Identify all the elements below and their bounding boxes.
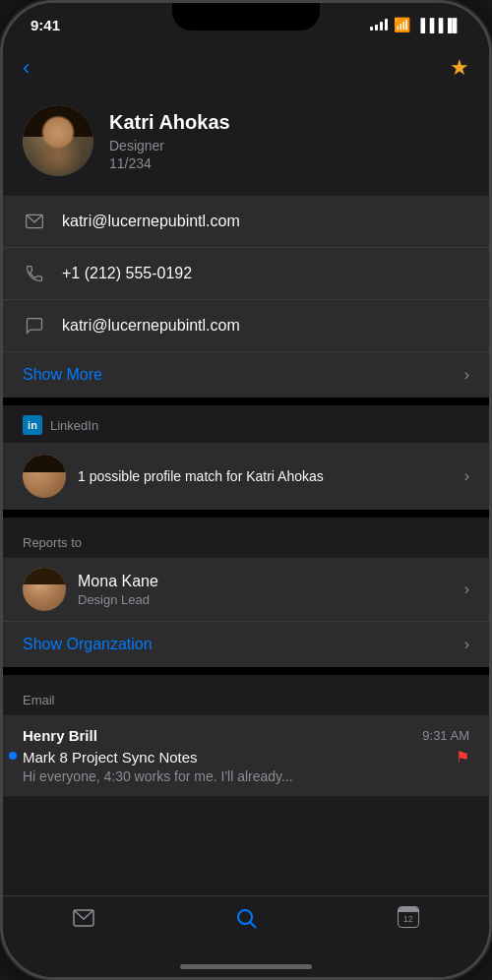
reports-info: Mona Kane Design Lead [78, 573, 453, 607]
tab-search[interactable] [165, 906, 328, 935]
svg-line-3 [251, 923, 257, 929]
reports-to-row[interactable]: Mona Kane Design Lead › [3, 558, 489, 621]
profile-header: Katri Ahokas Designer 11/234 [3, 90, 489, 196]
linkedin-match-avatar [23, 455, 66, 498]
email-preview: Hi everyone, 4:30 works for me. I'll alr… [23, 768, 469, 784]
reports-avatar [23, 568, 66, 611]
reports-chevron-icon: › [464, 581, 469, 598]
reports-section: Reports to Mona Kane Design Lead › Show … [3, 525, 489, 667]
calendar-date: 12 [403, 914, 413, 924]
home-indicator [180, 964, 312, 969]
unread-indicator [9, 752, 17, 760]
section-divider-3 [3, 667, 489, 675]
favorite-button[interactable]: ★ [450, 55, 469, 81]
chat-value: katri@lucernepubintl.com [62, 317, 469, 335]
phone-icon [23, 262, 46, 285]
phone-value: +1 (212) 555-0192 [62, 265, 469, 282]
section-divider-2 [3, 510, 489, 518]
email-section-label: Email [3, 683, 489, 715]
email-subject: Mark 8 Project Sync Notes [23, 749, 198, 766]
email-icon [23, 210, 46, 233]
reports-name: Mona Kane [78, 573, 453, 590]
profile-name: Katri Ahokas [109, 111, 469, 134]
email-flag-icon: ⚑ [456, 748, 469, 766]
email-item[interactable]: Henry Brill 9:31 AM Mark 8 Project Sync … [3, 715, 489, 796]
tab-calendar[interactable]: 12 [327, 906, 489, 928]
show-org-chevron-icon: › [464, 636, 469, 653]
linkedin-match-row[interactable]: 1 possible profile match for Katri Ahoka… [3, 443, 489, 510]
avatar [23, 105, 93, 176]
profile-id: 11/234 [109, 155, 469, 171]
reports-to-label: Reports to [3, 525, 489, 558]
battery-icon: ▐▐▐▐▌ [416, 18, 461, 32]
chat-icon [23, 314, 46, 337]
section-divider-1 [3, 398, 489, 405]
linkedin-match-text: 1 possible profile match for Katri Ahoka… [78, 467, 453, 485]
show-more-button[interactable]: Show More › [3, 351, 489, 398]
email-section: Email Henry Brill 9:31 AM Mark 8 Project… [3, 683, 489, 796]
linkedin-header: in LinkedIn [3, 405, 489, 443]
back-button[interactable]: ‹ [23, 55, 30, 81]
email-subject-row: Mark 8 Project Sync Notes ⚑ [23, 748, 469, 766]
status-icons: 📶 ▐▐▐▐▌ [370, 17, 461, 32]
reports-role: Design Lead [78, 592, 453, 607]
show-more-chevron-icon: › [464, 366, 469, 384]
linkedin-match-chevron-icon: › [464, 467, 469, 485]
svg-point-2 [238, 910, 252, 924]
show-org-label: Show Organzation [23, 636, 153, 653]
status-time: 9:41 [31, 17, 60, 33]
linkedin-label: LinkedIn [50, 418, 98, 433]
phone-row[interactable]: +1 (212) 555-0192 [3, 248, 489, 300]
mail-tab-icon [72, 906, 95, 935]
linkedin-section: in LinkedIn 1 possible profile match for… [3, 405, 489, 510]
signal-icon [370, 19, 388, 31]
show-organization-button[interactable]: Show Organzation › [3, 621, 489, 667]
email-row[interactable]: katri@lucernepubintl.com [3, 196, 489, 248]
profile-info: Katri Ahokas Designer 11/234 [109, 111, 469, 171]
email-time: 9:31 AM [422, 728, 469, 743]
tab-mail[interactable] [3, 906, 165, 935]
linkedin-icon: in [23, 415, 42, 435]
phone-frame: 9:41 📶 ▐▐▐▐▌ ‹ ★ [0, 0, 492, 980]
profile-title: Designer [109, 138, 469, 153]
calendar-tab-icon: 12 [398, 906, 419, 928]
search-tab-icon [234, 906, 258, 935]
email-row-top: Henry Brill 9:31 AM [23, 727, 469, 744]
nav-bar: ‹ ★ [3, 46, 489, 90]
email-sender: Henry Brill [23, 727, 97, 744]
show-more-label: Show More [23, 366, 102, 384]
notch [172, 3, 320, 31]
email-value: katri@lucernepubintl.com [62, 213, 469, 230]
chat-row[interactable]: katri@lucernepubintl.com [3, 300, 489, 351]
content-scroll: Katri Ahokas Designer 11/234 katri@lucer… [3, 90, 489, 895]
contact-section: katri@lucernepubintl.com +1 (212) 555-01… [3, 196, 489, 351]
wifi-icon: 📶 [394, 17, 410, 32]
